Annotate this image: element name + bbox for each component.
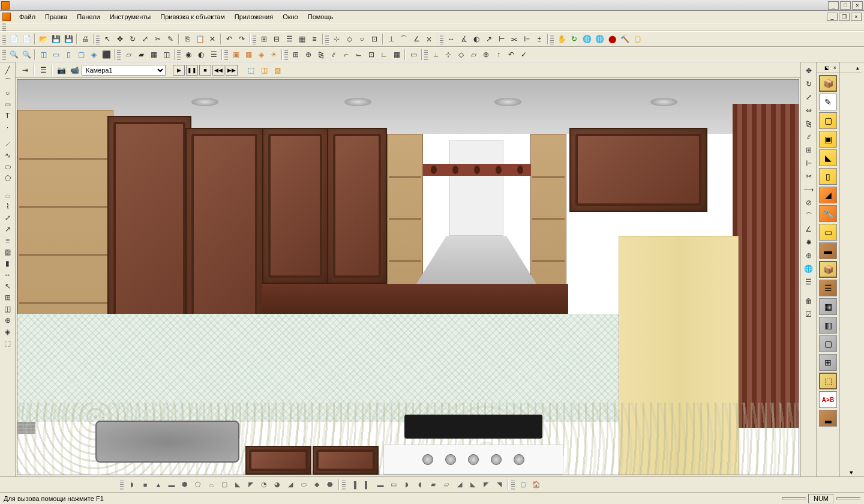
block-tool[interactable]: ◫ [2, 304, 14, 314]
region-tool[interactable]: ◈ [2, 326, 14, 337]
pointer-button[interactable]: ↖ [101, 33, 113, 45]
panel-close-button[interactable]: × [832, 65, 838, 73]
insert-tool[interactable]: ⊕ [2, 315, 14, 326]
view-side-button[interactable]: ▢ [75, 49, 87, 61]
dim-chain-button[interactable]: ⫘ [508, 33, 520, 45]
ucs-view-button[interactable]: ▱ [467, 49, 479, 61]
hatch-tool[interactable]: ▨ [2, 247, 14, 257]
stop-playback-button[interactable]: ■ [199, 65, 211, 76]
shade-hidden-button[interactable]: ◫ [160, 49, 172, 61]
zoom-out-button[interactable]: 🔍 [20, 49, 32, 61]
quick-home-icon[interactable]: 🏠 [530, 479, 542, 490]
close-button[interactable]: × [852, 1, 863, 10]
bool-union-button[interactable]: ◉ [182, 49, 194, 61]
save-all-button[interactable]: 💾 [62, 33, 74, 45]
shape-trap-icon[interactable]: ⬢ [179, 479, 191, 490]
grid-snap-button[interactable]: ⊡ [365, 49, 377, 61]
leader-tool[interactable]: ↖ [2, 281, 14, 292]
line-tool[interactable]: ╱ [2, 65, 14, 76]
stop-button[interactable]: ⬤ [606, 33, 618, 45]
palette-panel-flat[interactable]: ▢ [819, 112, 837, 129]
palette-grid[interactable]: ▦ [819, 298, 837, 315]
view-iso-button[interactable]: ◫ [37, 49, 49, 61]
profile-10-icon[interactable]: ◣ [467, 479, 479, 490]
menu-edit[interactable]: Правка [40, 12, 72, 22]
globe-button[interactable]: 🌐 [581, 33, 593, 45]
palette-panel-frame[interactable]: ▣ [819, 131, 837, 148]
table-tool[interactable]: ⊞ [2, 292, 14, 303]
palette-panel-l[interactable]: ◣ [819, 149, 837, 166]
panel-scroll-down[interactable]: ▾ [848, 469, 855, 476]
toolbar-handle[interactable] [96, 34, 100, 44]
toolbar-handle[interactable] [224, 49, 228, 60]
palette-frame[interactable]: ▢ [819, 335, 837, 352]
ucs-origin-button[interactable]: ⊕ [480, 49, 492, 61]
cut-button[interactable]: ✂ [152, 33, 164, 45]
snap-perp-button[interactable]: ⊥ [385, 33, 397, 45]
menu-help[interactable]: Помощь [303, 12, 338, 22]
menu-snap[interactable]: Привязка к объектам [155, 12, 230, 22]
panel-scroll-up[interactable]: ▴ [854, 65, 861, 73]
toolbar-handle[interactable] [550, 34, 554, 44]
palette-drawer[interactable]: ▭ [819, 224, 837, 241]
ucs-world-button[interactable]: ⟂ [430, 49, 442, 61]
shade-wire-button[interactable]: ▦ [148, 49, 160, 61]
trim-button[interactable]: ⌐ [340, 49, 352, 61]
offset-button[interactable]: ⫽ [328, 49, 340, 61]
forward-button[interactable]: ▶▶ [226, 65, 238, 76]
array-rect-button[interactable]: ⊞ [290, 49, 302, 61]
print-button[interactable]: 🖨 [79, 33, 91, 45]
shape-half-icon[interactable]: ◗ [126, 479, 138, 490]
pencil-button[interactable]: ✎ [164, 33, 176, 45]
circle-tool[interactable]: ○ [2, 88, 14, 98]
shape-rect-icon[interactable]: ▬ [166, 479, 178, 490]
palette-divider[interactable]: ▥ [819, 317, 837, 334]
profile-4-icon[interactable]: ▭ [388, 479, 400, 490]
dim-tol-button[interactable]: ± [533, 33, 545, 45]
stretch-tool[interactable]: ⇔ [803, 104, 815, 116]
arc3p-tool[interactable]: ⌓ [2, 190, 14, 200]
paste-button[interactable]: 📋 [194, 33, 206, 45]
new-doc-button[interactable]: 📄 [20, 33, 32, 45]
camera-icon[interactable]: 📷 [55, 64, 67, 76]
dim-ord-button[interactable]: ⊢ [496, 33, 508, 45]
palette-panel-bent[interactable]: ◢ [819, 187, 837, 203]
scale-tool[interactable]: ⤢ [803, 91, 815, 103]
mdi-minimize-button[interactable]: _ [827, 13, 838, 21]
menu-apps[interactable]: Приложения [230, 12, 278, 22]
menu-tools[interactable]: Инструменты [105, 12, 156, 22]
bezier-tool[interactable]: ⌇ [2, 201, 14, 212]
view-list-button[interactable]: ☰ [37, 64, 49, 76]
shape-arch-icon[interactable]: ⌓ [205, 479, 217, 490]
offset-tool[interactable]: ⫽ [803, 131, 815, 143]
trash-icon[interactable]: 🗑 [803, 295, 815, 307]
new-file-button[interactable]: 📄 [8, 33, 20, 45]
view-pin-button[interactable]: ⇥ [19, 64, 31, 76]
palette-replace[interactable]: A>B [819, 391, 837, 408]
dim-angular-button[interactable]: ∡ [458, 33, 470, 45]
shape-diamond-icon[interactable]: ◆ [311, 479, 323, 490]
box-mode-button[interactable]: ⬚ [245, 64, 257, 76]
fill-tool[interactable]: ▮ [2, 258, 14, 269]
view-3d-button[interactable]: ⬛ [100, 49, 112, 61]
shape-pie-icon[interactable]: ◕ [271, 479, 283, 490]
profile-12-icon[interactable]: ◥ [493, 479, 505, 490]
extend-button[interactable]: ⌙ [353, 49, 365, 61]
copy-button[interactable]: ⎘ [181, 33, 193, 45]
bool-int-button[interactable]: ☰ [208, 49, 220, 61]
render-button[interactable]: ◈ [255, 49, 267, 61]
move-tool[interactable]: ✥ [803, 65, 815, 77]
ucs-object-button[interactable]: ⊹ [442, 49, 454, 61]
save-button[interactable]: 💾 [50, 33, 62, 45]
palette-cabinet-3d[interactable]: 📦 [819, 75, 837, 92]
shape-square-icon[interactable]: ■ [139, 479, 151, 490]
move-button[interactable]: ✥ [114, 33, 126, 45]
profile-6-icon[interactable]: ◖ [414, 479, 426, 490]
dim-base-button[interactable]: ⊩ [521, 33, 533, 45]
layers-button[interactable]: ☰ [283, 33, 295, 45]
snap-mid-button[interactable]: ◇ [343, 33, 355, 45]
minimize-button[interactable]: _ [828, 1, 839, 10]
profile-9-icon[interactable]: ◢ [454, 479, 466, 490]
hand-icon[interactable]: ✋ [556, 33, 568, 45]
palette-box-open[interactable]: 📦 [819, 261, 837, 278]
